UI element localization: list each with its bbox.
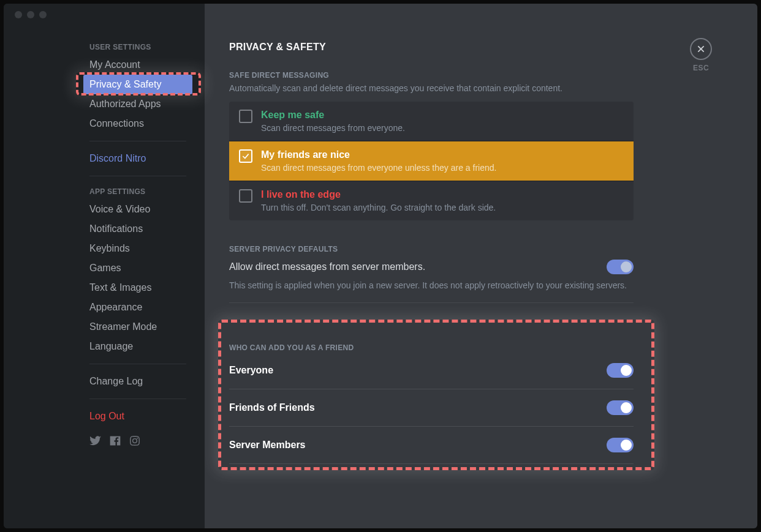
window-traffic-lights <box>15 11 47 18</box>
option-desc: Turn this off. Don't scan anything. Go s… <box>261 203 496 212</box>
sidebar-item-connections[interactable]: Connections <box>83 114 192 133</box>
facebook-icon[interactable] <box>109 435 121 449</box>
page-title: PRIVACY & SAFETY <box>229 42 634 53</box>
option-title: Keep me safe <box>261 110 405 121</box>
option-title: I live on the edge <box>261 189 496 200</box>
settings-sidebar: USER SETTINGS My Account Privacy & Safet… <box>4 4 205 528</box>
sidebar-divider <box>89 141 186 141</box>
esc-label: ESC <box>690 64 712 72</box>
traffic-minimize-icon[interactable] <box>27 11 34 18</box>
instagram-icon[interactable] <box>129 435 141 449</box>
sidebar-item-my-account[interactable]: My Account <box>83 55 192 75</box>
option-title: My friends are nice <box>261 149 496 160</box>
option-desc: Scan direct messages from everyone unles… <box>261 163 496 173</box>
sidebar-item-keybinds[interactable]: Keybinds <box>83 239 192 258</box>
sidebar-item-change-log[interactable]: Change Log <box>83 372 192 391</box>
sidebar-item-privacy-safety[interactable]: Privacy & Safety <box>83 75 192 94</box>
sidebar-item-streamer-mode[interactable]: Streamer Mode <box>83 317 192 337</box>
toggle-allow-dm-server-members: Allow direct messages from server member… <box>229 260 634 274</box>
friend-row-label: Everyone <box>229 365 273 376</box>
sidebar-divider <box>89 176 186 176</box>
toggle-switch-allow-dm[interactable] <box>607 260 634 274</box>
settings-window: USER SETTINGS My Account Privacy & Safet… <box>4 4 757 528</box>
friend-add-section: WHO CAN ADD YOU AS A FRIEND Everyone Fri… <box>229 343 634 464</box>
friend-add-row-friends-of-friends: Friends of Friends <box>229 389 634 427</box>
sidebar-header-user-settings: USER SETTINGS <box>83 39 192 55</box>
section-header-safe-dm: SAFE DIRECT MESSAGING <box>229 71 634 80</box>
safe-dm-option-keep-me-safe[interactable]: Keep me safe Scan direct messages from e… <box>229 102 634 141</box>
sidebar-item-text-images[interactable]: Text & Images <box>83 278 192 298</box>
sidebar-divider <box>89 364 186 364</box>
friend-add-row-server-members: Server Members <box>229 427 634 464</box>
friend-row-label: Friends of Friends <box>229 402 315 413</box>
section-header-server-privacy: SERVER PRIVACY DEFAULTS <box>229 245 634 253</box>
section-header-friend-add: WHO CAN ADD YOU AS A FRIEND <box>229 343 634 352</box>
server-privacy-note: This setting is applied when you join a … <box>229 280 634 290</box>
sidebar-item-games[interactable]: Games <box>83 258 192 278</box>
settings-content: PRIVACY & SAFETY SAFE DIRECT MESSAGING A… <box>205 4 757 528</box>
checkbox-icon <box>239 149 252 163</box>
checkbox-icon <box>239 189 252 203</box>
sidebar-divider <box>89 399 186 399</box>
close-icon <box>690 38 712 60</box>
traffic-zoom-icon[interactable] <box>39 11 47 18</box>
sidebar-item-log-out[interactable]: Log Out <box>83 406 192 426</box>
traffic-close-icon[interactable] <box>15 11 22 18</box>
sidebar-item-language[interactable]: Language <box>83 337 192 356</box>
option-desc: Scan direct messages from everyone. <box>261 123 405 133</box>
toggle-switch-friends-of-friends[interactable] <box>607 400 634 415</box>
section-subtitle-safe-dm: Automatically scan and delete direct mes… <box>229 83 634 93</box>
safe-dm-option-live-on-edge[interactable]: I live on the edge Turn this off. Don't … <box>229 181 634 220</box>
sidebar-item-voice-video[interactable]: Voice & Video <box>83 200 192 219</box>
toggle-switch-server-members[interactable] <box>607 438 634 452</box>
safe-dm-option-friends-nice[interactable]: My friends are nice Scan direct messages… <box>229 141 634 181</box>
sidebar-header-app-settings: APP SETTINGS <box>83 184 192 200</box>
toggle-switch-everyone[interactable] <box>607 363 634 378</box>
twitter-icon[interactable] <box>89 435 102 449</box>
sidebar-item-discord-nitro[interactable]: Discord Nitro <box>83 149 192 168</box>
checkbox-icon <box>239 110 252 123</box>
sidebar-item-authorized-apps[interactable]: Authorized Apps <box>83 94 192 114</box>
close-settings-button[interactable]: ESC <box>690 38 712 72</box>
sidebar-social-links <box>83 426 192 458</box>
toggle-label: Allow direct messages from server member… <box>229 261 425 272</box>
section-divider <box>229 302 634 303</box>
friend-add-row-everyone: Everyone <box>229 352 634 389</box>
safe-dm-options: Keep me safe Scan direct messages from e… <box>229 102 634 220</box>
friend-row-label: Server Members <box>229 440 306 451</box>
sidebar-item-appearance[interactable]: Appearance <box>83 298 192 317</box>
sidebar-item-notifications[interactable]: Notifications <box>83 219 192 239</box>
